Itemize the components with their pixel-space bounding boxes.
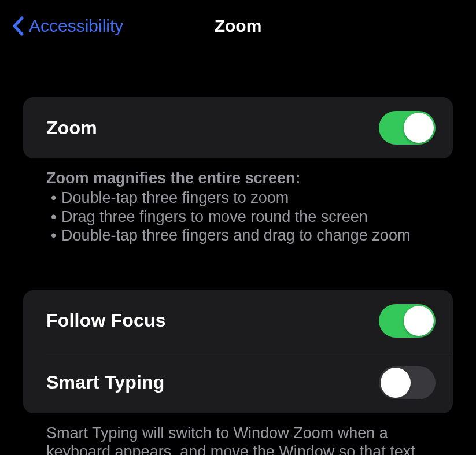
chevron-left-icon — [12, 16, 24, 36]
back-label: Accessibility — [29, 16, 123, 36]
zoom-footer-item: Drag three fingers to move round the scr… — [46, 208, 430, 226]
focus-section: Follow Focus Smart Typing Smart Typing w… — [23, 290, 453, 455]
toggle-knob — [404, 306, 434, 336]
toggle-knob — [381, 368, 411, 398]
zoom-row: Zoom — [23, 97, 453, 158]
smart-typing-footer: Smart Typing will switch to Window Zoom … — [23, 413, 453, 455]
navigation-bar: Accessibility Zoom — [0, 0, 476, 52]
follow-focus-toggle[interactable] — [379, 304, 436, 338]
zoom-section: Zoom Zoom magnifies the entire screen: D… — [23, 97, 453, 245]
focus-card: Follow Focus Smart Typing — [23, 290, 453, 413]
zoom-toggle[interactable] — [379, 111, 436, 145]
zoom-footer-list: Double-tap three fingers to zoom Drag th… — [46, 188, 430, 245]
page-title: Zoom — [215, 16, 262, 36]
smart-typing-toggle[interactable] — [379, 366, 436, 399]
zoom-footer-header: Zoom magnifies the entire screen: — [46, 169, 430, 187]
zoom-label: Zoom — [46, 117, 97, 139]
follow-focus-label: Follow Focus — [46, 310, 166, 331]
zoom-footer: Zoom magnifies the entire screen: Double… — [23, 158, 453, 245]
back-button[interactable]: Accessibility — [12, 16, 123, 36]
zoom-footer-item: Double-tap three fingers and drag to cha… — [46, 226, 430, 245]
smart-typing-label: Smart Typing — [46, 372, 165, 393]
smart-typing-row: Smart Typing — [46, 352, 453, 413]
zoom-card: Zoom — [23, 97, 453, 158]
follow-focus-row: Follow Focus — [23, 290, 453, 352]
smart-typing-footer-text: Smart Typing will switch to Window Zoom … — [46, 424, 430, 455]
zoom-footer-item: Double-tap three fingers to zoom — [46, 188, 430, 207]
toggle-knob — [404, 113, 434, 143]
